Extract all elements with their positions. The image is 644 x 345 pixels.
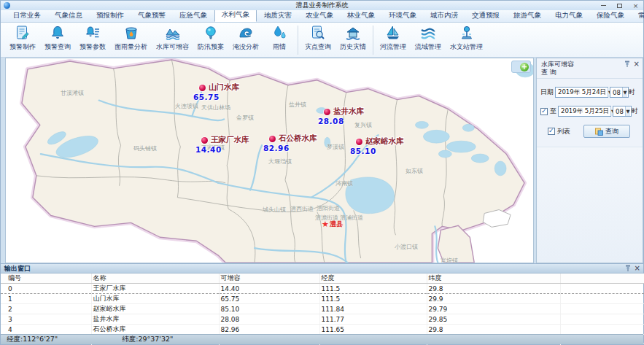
minimize-button[interactable] <box>599 2 608 9</box>
toolbar-button-label: 预警制作 <box>9 42 36 52</box>
table-row[interactable]: 0王家厂水库14.40111.529.8 <box>1 284 644 294</box>
town-label: 梦溪镇 <box>327 143 344 151</box>
app-window: 澧县业务制作系统 × 日常业务气象信息预报制作气象预警应急气象水利气象地质灾害农… <box>0 0 644 345</box>
town-label: 官垸镇 <box>441 257 458 263</box>
reservoir-value: 14.40 <box>195 145 222 154</box>
table-cell: 2 <box>1 304 91 314</box>
menu-tab-5[interactable]: 应急气象 <box>173 9 214 22</box>
menu-tab-1[interactable]: 日常业务 <box>7 9 47 22</box>
menu-tab-13[interactable]: 旅游气象 <box>507 9 548 22</box>
menu-tab-10[interactable]: 环境气象 <box>382 9 423 22</box>
table-cell: 29.79 <box>427 304 560 314</box>
toolbar-button-hydro-station[interactable]: 水文站管理 <box>446 24 487 56</box>
toolbar-button-sailboat[interactable]: 河流管理 <box>376 24 411 56</box>
house-flood-icon <box>345 25 361 41</box>
county-label: 澧县 <box>330 220 343 228</box>
pin-icon[interactable] <box>624 61 630 67</box>
reservoir-value: 85.10 <box>350 147 376 155</box>
to-date-checkbox[interactable] <box>540 108 548 115</box>
toolbar-button-bell-list[interactable]: 预警参数 <box>75 24 110 56</box>
toolbar-button-reservoir[interactable]: 水库可增容 <box>152 24 193 56</box>
toolbar-button-label: 防汛预案 <box>198 42 224 52</box>
menu-tab-3[interactable]: 预报制作 <box>90 9 131 22</box>
bell-list-icon <box>85 25 101 41</box>
column-header: 编号 <box>1 274 91 284</box>
toolbar-button-doc-edit[interactable]: 预警制作 <box>5 24 40 56</box>
query-button[interactable]: 查询 <box>583 125 630 138</box>
table-cell: 29.85 <box>427 314 560 325</box>
menu-tab-7[interactable]: 地质灾害 <box>257 9 298 22</box>
menu-tab-16[interactable]: 雷电预警 <box>632 9 644 22</box>
column-header: 名称 <box>91 274 219 284</box>
reservoir-dot-icon[interactable] <box>269 136 276 142</box>
chevron-down-icon[interactable]: ▼ <box>622 88 627 97</box>
from-date-select[interactable]: 2019年 5月24日▼ <box>555 87 608 98</box>
output-close-icon[interactable]: × <box>635 265 640 271</box>
toolbar-button-wave[interactable]: 淹没分析 <box>228 24 263 56</box>
list-label: 列表 <box>557 127 570 136</box>
maximize-button[interactable] <box>615 2 624 9</box>
menu-tab-11[interactable]: 城市内涝 <box>424 9 465 22</box>
menu-tab-8[interactable]: 农业气象 <box>299 9 340 22</box>
window-title: 澧县业务制作系统 <box>1 1 643 10</box>
reservoir-dot-icon[interactable] <box>199 85 206 91</box>
reservoir-dot-icon[interactable] <box>324 109 330 115</box>
table-row[interactable]: 3盐井水库28.08111.7729.85 <box>1 314 644 325</box>
list-checkbox[interactable] <box>548 128 555 135</box>
query-button-icon <box>595 128 603 136</box>
toolbar-button-label: 流域管理 <box>415 42 441 52</box>
column-header: 纬度 <box>427 274 560 284</box>
table-cell: 111.77 <box>319 314 427 325</box>
column-header: 经度 <box>319 274 427 284</box>
doc-edit-icon <box>15 25 31 41</box>
to-hour-select[interactable]: 08▼ <box>613 106 632 117</box>
main-area: 甘溪滩镇码头铺镇火连坡镇天供山林场金罗镇盐井镇复兴镇梦溪镇王家厂镇大堰垱镇涔南镇… <box>1 58 643 263</box>
menu-tab-15[interactable]: 保险气象 <box>590 9 631 22</box>
reservoir-name: 石公桥水库 <box>279 133 317 144</box>
bulb-icon <box>203 25 219 41</box>
toolbar-button-bell[interactable]: 预警查询 <box>40 24 75 56</box>
wave-icon <box>238 25 254 41</box>
menu-tab-2[interactable]: 气象信息 <box>48 9 89 22</box>
from-hour-select[interactable]: 08▼ <box>610 87 629 98</box>
map-zoom-control[interactable]: + <box>511 61 531 73</box>
toolbar-button-rain-gauge[interactable]: 面雨量分析 <box>110 24 152 56</box>
zoom-in-icon[interactable]: + <box>520 63 529 71</box>
output-window: 输出窗口 × 编号名称可增容经度纬度 0王家厂水库14.40111.529.81… <box>1 263 643 334</box>
town-label: 小渡口镇 <box>395 243 418 251</box>
to-date-select[interactable]: 2019年 5月25日▼ <box>558 106 611 117</box>
reservoir-value: 28.08 <box>318 117 344 125</box>
table-row[interactable]: 4石公桥水库82.96111.6529.8 <box>1 325 644 335</box>
toolbar-button-raindrop[interactable]: 雨情 <box>263 24 295 56</box>
output-header: 输出窗口 × <box>1 264 643 274</box>
raindrop-icon <box>271 25 287 41</box>
menu-tab-14[interactable]: 电力气象 <box>548 9 589 22</box>
table-row[interactable]: 1山门水库65.75111.529.9 <box>1 294 644 304</box>
toolbar-button-bulb[interactable]: 防汛预案 <box>193 24 228 56</box>
table-row[interactable]: 2赵家峪水库85.10111.8429.79 <box>1 304 644 314</box>
toolbar-button-search-doc[interactable]: 灾点查询 <box>300 24 335 56</box>
panel-close-icon[interactable]: × <box>634 61 640 67</box>
table-cell: 3 <box>1 314 91 325</box>
table-cell: 盐井水库 <box>91 314 219 325</box>
menu-tab-12[interactable]: 交通预报 <box>465 9 506 22</box>
menu-tab-9[interactable]: 林业气象 <box>341 9 381 22</box>
table-cell: 4 <box>1 325 91 335</box>
toolbar-button-house-flood[interactable]: 历史灾情 <box>335 24 371 56</box>
toolbar-button-waves[interactable]: 流域管理 <box>411 24 446 56</box>
toolbar-separator <box>298 26 298 55</box>
menu-tab-4[interactable]: 气象预警 <box>131 9 172 22</box>
waves-icon <box>420 25 436 41</box>
chevron-down-icon[interactable]: ▼ <box>625 106 630 116</box>
pin-icon[interactable] <box>625 265 631 271</box>
reservoir-dot-icon[interactable] <box>201 137 208 144</box>
sailboat-icon <box>385 25 401 41</box>
town-label: 澧西街道 <box>290 205 314 213</box>
query-panel-header: 水库可增容 查 询 × <box>537 58 643 79</box>
panel-empty-area <box>537 147 643 263</box>
close-button[interactable]: × <box>631 2 640 9</box>
map-panel[interactable]: 甘溪滩镇码头铺镇火连坡镇天供山林场金罗镇盐井镇复兴镇梦溪镇王家厂镇大堰垱镇涔南镇… <box>5 58 534 263</box>
reservoir-dot-icon[interactable] <box>356 139 362 145</box>
town-label: 金罗镇 <box>236 114 254 122</box>
status-latitude: 纬度:29°37'32" <box>122 335 173 344</box>
